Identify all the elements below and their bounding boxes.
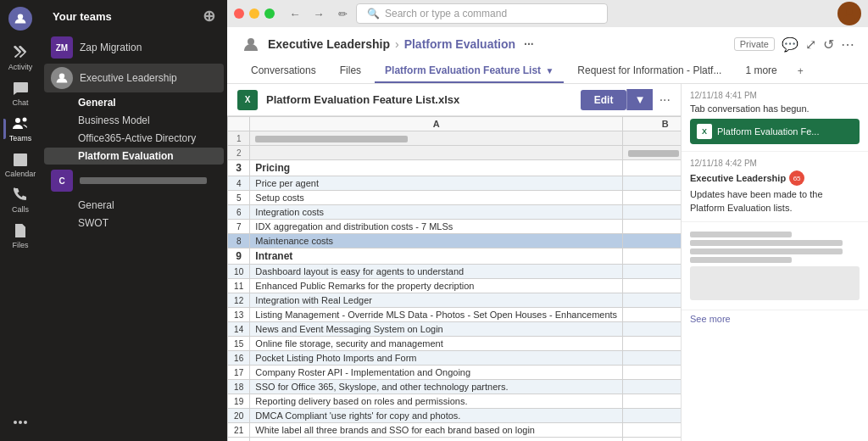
row-num: 17 xyxy=(228,366,250,380)
channel-general-3[interactable]: General xyxy=(44,197,224,214)
calls-label: Calls xyxy=(12,205,29,214)
tab-dropdown-arrow[interactable]: ▼ xyxy=(545,66,554,75)
activity-nav-icon[interactable]: Activity xyxy=(3,41,37,75)
channel-breadcrumb-name: Platform Evaluation xyxy=(404,37,515,51)
tab-conversations[interactable]: Conversations xyxy=(241,59,326,83)
table-row: 7 IDX aggregation and distribution costs… xyxy=(228,220,682,234)
add-tab-button[interactable]: + xyxy=(791,60,810,82)
edit-button[interactable]: Edit xyxy=(581,90,627,110)
row-num: 22 xyxy=(228,438,250,442)
table-row-selected: 8 Maintenance costs xyxy=(228,234,682,248)
calendar-nav-icon[interactable]: Calendar xyxy=(3,148,37,181)
chat-time-blurred xyxy=(690,232,792,237)
chat-message-1: 12/11/18 4:41 PM Tab conversation has be… xyxy=(682,84,868,152)
channel-general[interactable]: General xyxy=(44,94,224,111)
row-cell-a xyxy=(250,146,623,160)
channel-business-model[interactable]: Business Model xyxy=(44,112,224,129)
search-placeholder: Search or type a command xyxy=(385,8,507,20)
row-cell-a: Websites xyxy=(250,438,623,442)
team-item-executive-leadership[interactable]: Executive Leadership ··· xyxy=(44,64,224,92)
row-cell-a: Reporting delivery based on roles and pe… xyxy=(250,394,623,409)
teams-nav-icon[interactable]: Teams xyxy=(3,112,37,146)
chat-message-2: 12/11/18 4:42 PM Executive Leadership 65… xyxy=(682,152,868,222)
tab-more[interactable]: 1 more xyxy=(735,59,787,83)
nav-buttons: ← → ✏ xyxy=(281,3,356,24)
user-profile-avatar[interactable] xyxy=(837,2,861,25)
table-row: 5 Setup costs xyxy=(228,191,682,205)
row-num: 11 xyxy=(228,279,250,293)
row-cell-a: News and Event Messaging System on Login xyxy=(250,322,623,337)
spreadsheet-grid[interactable]: A B 1 2 xyxy=(227,116,681,441)
row-num: 6 xyxy=(228,205,250,220)
minimize-btn[interactable] xyxy=(249,8,259,19)
table-row: 2 xyxy=(228,146,682,160)
row-num: 21 xyxy=(228,423,250,438)
team-item-zap-migration[interactable]: ZM Zap Migration ··· xyxy=(44,33,224,62)
channel-platform-evaluation[interactable]: Platform Evaluation xyxy=(44,148,224,165)
chat-sender-2: Executive Leadership xyxy=(690,173,786,183)
row-cell-a: Listing Management - Override MLS Data -… xyxy=(250,308,623,322)
channel-title-row: Executive Leadership › Platform Evaluati… xyxy=(241,34,854,54)
svg-rect-3 xyxy=(14,154,27,166)
new-team-icon[interactable]: ⊕ xyxy=(203,7,215,25)
row-num: 5 xyxy=(228,191,250,205)
tab-files[interactable]: Files xyxy=(330,59,371,83)
tab-request-info[interactable]: Request for Information - Platf... xyxy=(567,59,732,83)
chat-icon-header[interactable]: 💬 xyxy=(782,36,798,53)
table-row: 1 xyxy=(228,131,682,146)
teams-label: Teams xyxy=(9,134,32,142)
row-cell-a: Pocket Listing Photo Imports and Form xyxy=(250,351,623,366)
close-btn[interactable] xyxy=(234,8,244,19)
row-cell-b xyxy=(623,265,681,279)
sidebar-header: Your teams ⊕ xyxy=(41,0,227,32)
file-more-options[interactable]: ··· xyxy=(659,92,670,108)
refresh-icon[interactable]: ↺ xyxy=(823,36,834,53)
channel-swot[interactable]: SWOT xyxy=(44,215,224,232)
chat-nav-icon[interactable]: Chat xyxy=(3,76,37,110)
row-num: 1 xyxy=(228,131,250,146)
tab-platform-eval-feature[interactable]: Platform Evaluation Feature List ▼ xyxy=(375,59,564,83)
table-row: 13 Listing Management - Override MLS Dat… xyxy=(228,308,682,322)
tabs-row: Conversations Files Platform Evaluation … xyxy=(241,59,854,83)
app-sidebar: Activity Chat Teams Calendar Calls Files xyxy=(0,0,41,441)
channel-options-dots[interactable]: ··· xyxy=(524,37,534,51)
row-cell-b xyxy=(623,220,681,234)
edit-dropdown-button[interactable]: ▼ xyxy=(626,89,652,110)
table-row: 11 Enhanced Public Remarks for the prope… xyxy=(228,279,682,293)
row-cell-a: Integration costs xyxy=(250,205,623,220)
table-row: 20 DMCA Compliant 'use rights' for copy … xyxy=(228,409,682,423)
breadcrumb-separator: › xyxy=(395,37,399,51)
team-item-3[interactable]: C ··· xyxy=(44,166,224,195)
svg-point-8 xyxy=(846,8,853,15)
row-cell-a: Maintenance costs xyxy=(250,234,623,248)
row-cell-b xyxy=(623,409,681,423)
files-nav-icon[interactable]: Files xyxy=(3,219,37,253)
team-avatar-el xyxy=(51,67,73,89)
see-more-link[interactable]: See more xyxy=(682,310,868,327)
chat-time-1: 12/11/18 4:41 PM xyxy=(690,91,860,100)
user-avatar-top[interactable] xyxy=(8,7,32,31)
row-cell-b xyxy=(623,205,681,220)
search-bar[interactable]: 🔍 Search or type a command xyxy=(356,3,608,24)
back-button[interactable]: ← xyxy=(285,3,305,24)
row-num: 12 xyxy=(228,293,250,308)
chat-attachment-1[interactable]: X Platform Evaluation Fe... xyxy=(690,119,860,144)
calls-nav-icon[interactable]: Calls xyxy=(3,183,37,217)
row-cell-a: White label all three brands and SSO for… xyxy=(250,423,623,438)
breadcrumb: Executive Leadership › Platform Evaluati… xyxy=(268,37,534,51)
channel-office365[interactable]: Office365-Active Directory xyxy=(44,130,224,147)
table-row: 21 White label all three brands and SSO … xyxy=(228,423,682,438)
chat-blurred-line-1 xyxy=(690,240,843,246)
forward-button[interactable]: → xyxy=(309,3,329,24)
expand-icon[interactable]: ⤢ xyxy=(805,36,816,53)
more-options-icon[interactable]: ⋯ xyxy=(841,36,854,53)
edit-nav-button[interactable]: ✏ xyxy=(332,3,353,24)
maximize-btn[interactable] xyxy=(264,8,275,19)
channel-avatar-icon xyxy=(241,34,261,54)
table-row: 4 Price per agent xyxy=(228,176,682,191)
more-apps-icon[interactable] xyxy=(3,405,37,439)
row-cell-a: DMCA Compliant 'use rights' for copy and… xyxy=(250,409,623,423)
team-name-el: Executive Leadership xyxy=(80,72,207,84)
svg-point-5 xyxy=(19,421,22,424)
svg-point-0 xyxy=(18,14,23,19)
